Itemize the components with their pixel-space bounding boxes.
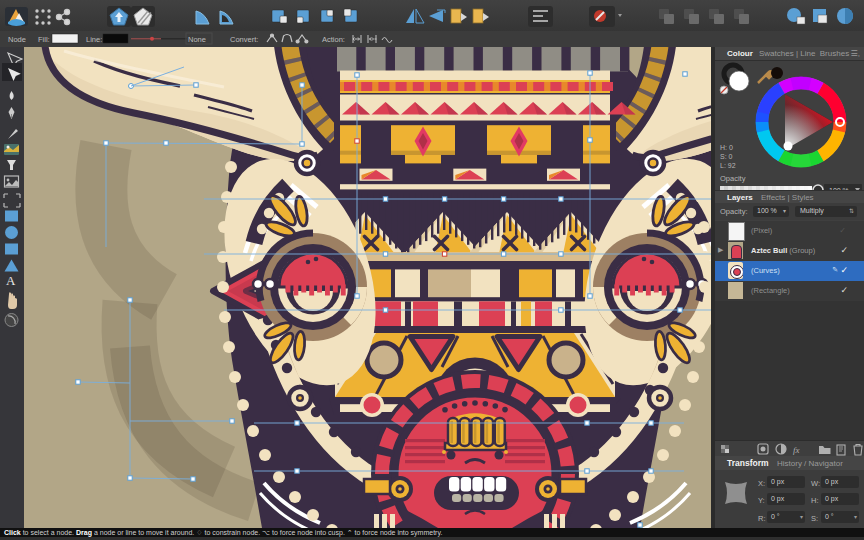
- svg-text:Opacity: Opacity: [720, 174, 746, 183]
- svg-text:Line:: Line:: [86, 35, 102, 44]
- svg-text:S: 0: S: 0: [720, 153, 733, 160]
- svg-text:Fill:: Fill:: [38, 35, 50, 44]
- svg-text:Action:: Action:: [322, 35, 345, 44]
- svg-text:None: None: [188, 35, 206, 44]
- svg-text:Node: Node: [8, 35, 26, 44]
- svg-text:fx: fx: [793, 445, 800, 455]
- svg-text:H: 0: H: 0: [720, 144, 733, 151]
- svg-text:L: 92: L: 92: [720, 162, 736, 169]
- svg-text:Convert:: Convert:: [230, 35, 258, 44]
- svg-text:A: A: [6, 273, 16, 288]
